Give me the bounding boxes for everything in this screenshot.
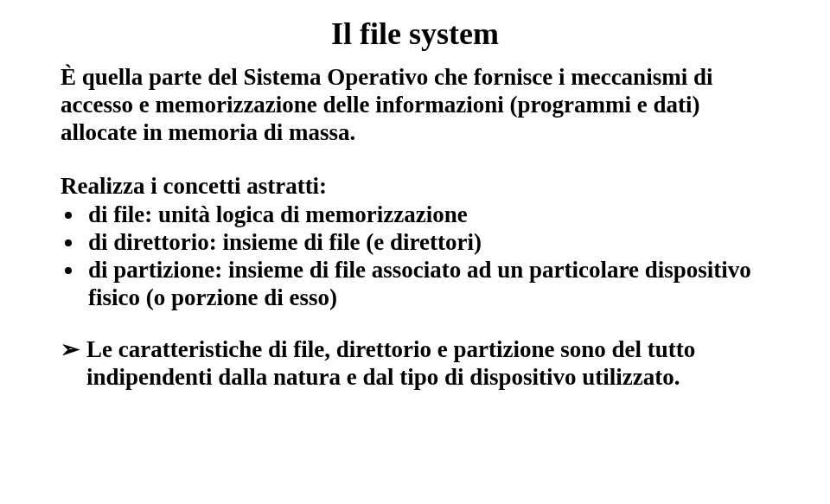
document-page: Il file system È quella parte del Sistem… [0, 0, 830, 504]
concepts-lead: Realizza i concetti astratti: [61, 173, 769, 201]
final-note-text: Le caratteristiche di file, direttorio e… [86, 336, 769, 392]
list-item: di partizione: insieme di file associato… [85, 257, 769, 312]
concepts-list: di file: unità logica di memorizzazione … [61, 201, 769, 311]
list-item: di file: unità logica di memorizzazione [85, 201, 769, 229]
final-note: ➢ Le caratteristiche di file, direttorio… [61, 336, 769, 392]
chevron-right-icon: ➢ [61, 336, 86, 364]
page-title: Il file system [61, 16, 769, 52]
list-item: di direttorio: insieme di file (e dirett… [85, 229, 769, 257]
intro-paragraph: È quella parte del Sistema Operativo che… [61, 64, 769, 147]
